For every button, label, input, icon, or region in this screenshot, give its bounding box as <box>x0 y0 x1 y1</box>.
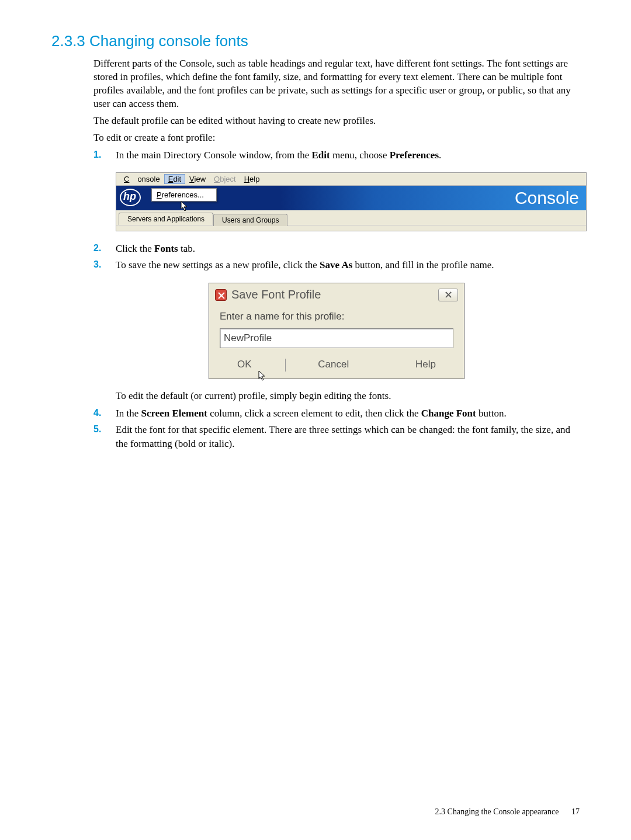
page-number: 17 <box>571 807 580 816</box>
page-footer: 2.3 Changing the Console appearance 17 <box>435 807 580 817</box>
profile-name-input[interactable] <box>220 328 453 348</box>
cursor-icon <box>181 201 189 211</box>
bold-edit: Edit <box>312 150 330 161</box>
cancel-button[interactable]: Cancel <box>318 359 349 370</box>
save-font-profile-dialog: Save Font Profile ✕ Enter a name for thi… <box>209 283 464 379</box>
tab-servers-applications[interactable]: Servers and Applications <box>119 213 213 225</box>
ok-button[interactable]: OK <box>237 359 252 370</box>
step-number: 2. <box>93 242 116 256</box>
section-number: 2.3.3 <box>51 32 85 50</box>
menu-console[interactable]: Console <box>120 174 164 184</box>
step-number: 3. <box>93 258 116 272</box>
step-5: 5. Edit the font for that specific eleme… <box>93 423 580 451</box>
bold-fonts: Fonts <box>154 243 178 254</box>
step-4: 4. In the Screen Element column, click a… <box>93 407 580 421</box>
menu-view[interactable]: View <box>185 174 210 184</box>
paragraph-default: The default profile can be edited withou… <box>93 114 580 128</box>
bold-preferences: Preferences <box>390 150 439 161</box>
bold-screen-element: Screen Element <box>141 408 207 419</box>
console-brand-label: Console <box>515 188 579 208</box>
dialog-title: Save Font Profile <box>231 288 321 301</box>
bold-save-as: Save As <box>320 259 352 270</box>
menubar: Console Edit View Object Help <box>116 173 586 186</box>
section-title-text: Changing console fonts <box>89 32 248 50</box>
paragraph-lead-in: To edit or create a font profile: <box>93 131 580 145</box>
bold-change-font: Change Font <box>421 408 476 419</box>
console-banner: hp Preferences... Console <box>116 186 586 210</box>
close-icon: ✕ <box>444 289 453 301</box>
hp-logo-icon: hp <box>120 189 142 207</box>
step-number: 4. <box>93 407 116 421</box>
step-number: 5. <box>93 423 116 451</box>
cursor-icon <box>258 370 266 381</box>
paragraph-intro: Different parts of the Console, such as … <box>93 57 580 111</box>
button-divider <box>285 359 286 372</box>
step-1: 1. In the main Directory Console window,… <box>93 148 580 162</box>
step-3: 3. To save the new settings as a new pro… <box>93 258 580 272</box>
section-heading: 2.3.3 Changing console fonts <box>51 32 580 50</box>
menu-help[interactable]: Help <box>240 174 264 184</box>
menu-edit[interactable]: Edit <box>164 174 185 184</box>
close-button[interactable]: ✕ <box>438 289 458 301</box>
dialog-app-icon <box>215 289 227 301</box>
step-2: 2. Click the Fonts tab. <box>93 242 580 256</box>
edit-dropdown: Preferences... <box>151 188 217 202</box>
console-tabs: Servers and Applications Users and Group… <box>116 210 586 225</box>
footer-section-title: 2.3 Changing the Console appearance <box>435 807 559 816</box>
menu-object: Object <box>210 174 240 184</box>
console-menu-figure: Console Edit View Object Help hp Prefere… <box>116 172 587 231</box>
profile-name-label: Enter a name for this profile: <box>220 311 453 322</box>
paragraph-edit-default: To edit the default (or current) profile… <box>116 390 580 403</box>
help-button[interactable]: Help <box>415 359 436 370</box>
tab-users-groups[interactable]: Users and Groups <box>213 214 287 226</box>
menu-item-preferences[interactable]: Preferences... <box>152 189 216 201</box>
step-number: 1. <box>93 148 116 162</box>
